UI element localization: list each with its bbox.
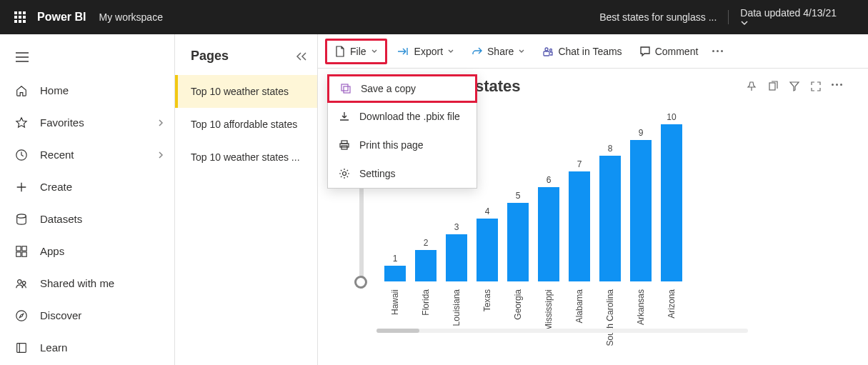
nav-shared[interactable]: Shared with me [0, 267, 174, 299]
bar-rect [415, 250, 437, 281]
page-tab[interactable]: Top 10 weather states [175, 75, 317, 108]
svg-rect-4 [16, 251, 21, 256]
svg-rect-10 [341, 84, 348, 91]
scrollbar-thumb[interactable] [376, 329, 419, 333]
chart-bar[interactable]: 5 [505, 191, 531, 281]
nav-label: Datasets [40, 213, 82, 225]
chevron-down-icon [740, 19, 841, 27]
copy-icon[interactable] [767, 81, 779, 92]
svg-point-1 [17, 214, 26, 217]
pin-icon[interactable] [746, 81, 757, 92]
comment-icon [639, 46, 651, 57]
vertical-divider [728, 10, 729, 24]
page-label: Top 10 weather states ... [191, 151, 300, 163]
chart-bar[interactable]: 7 [567, 159, 592, 281]
nav-datasets[interactable]: Datasets [0, 203, 174, 235]
file-menu-button[interactable]: File Save a copy Download the .pbix file… [325, 39, 387, 64]
star-icon [14, 116, 29, 130]
menu-label: Save a copy [361, 83, 416, 94]
global-header: Power BI My workspace Best states for su… [0, 0, 868, 34]
nav-home[interactable]: Home [0, 74, 174, 106]
page-tab[interactable]: Top 10 weather states ... [175, 141, 317, 174]
nav-label: Favorites [40, 116, 84, 129]
chart-bar[interactable]: 10 [659, 112, 684, 281]
bar-value-label: 3 [454, 222, 459, 232]
bar-value-label: 10 [667, 112, 676, 122]
bar-rect [599, 156, 621, 281]
download-icon [338, 110, 351, 123]
app-launcher-button[interactable] [6, 11, 34, 23]
double-chevron-left-icon [296, 51, 307, 61]
chart-bar[interactable]: 2 [413, 238, 439, 281]
report-title[interactable]: Best states for sunglass ... [599, 11, 717, 23]
teams-icon [542, 46, 554, 57]
bar-value-label: 5 [516, 191, 521, 201]
learn-icon [14, 341, 29, 355]
menu-save-copy[interactable]: Save a copy [327, 74, 477, 103]
bar-rect [507, 203, 529, 281]
collapse-pages-button[interactable] [296, 51, 307, 61]
report-canvas: File Save a copy Download the .pbix file… [318, 34, 868, 365]
comment-button[interactable]: Comment [632, 39, 706, 64]
visual-more-button[interactable] [832, 81, 842, 92]
chat-teams-button[interactable]: Chat in Teams [535, 39, 629, 64]
toolbar-more-button[interactable] [712, 50, 723, 52]
svg-point-8 [16, 310, 26, 320]
clock-icon [14, 148, 29, 162]
chevron-down-icon [518, 48, 525, 55]
nav-create[interactable]: Create [0, 171, 174, 203]
menu-download-pbix[interactable]: Download the .pbix file [328, 102, 477, 131]
menu-settings[interactable]: Settings [328, 159, 477, 188]
filter-icon[interactable] [789, 81, 800, 92]
share-label: Share [487, 46, 514, 57]
chart-bar[interactable]: 4 [474, 206, 500, 281]
svg-rect-3 [22, 246, 26, 250]
pages-panel-title: Pages [191, 49, 229, 64]
nav-favorites[interactable]: Favorites [0, 106, 174, 139]
svg-rect-19 [769, 83, 775, 90]
nav-label: Discover [40, 309, 81, 321]
bar-rect [538, 187, 559, 281]
shared-icon [14, 276, 29, 291]
nav-recent[interactable]: Recent [0, 139, 174, 171]
svg-point-17 [550, 49, 552, 51]
nav-learn[interactable]: Learn [0, 331, 174, 364]
y-axis-slider-handle-bottom[interactable] [354, 276, 367, 289]
share-menu-button[interactable]: Share [464, 39, 532, 64]
datasets-icon [14, 212, 29, 226]
page-tab[interactable]: Top 10 affordable states [175, 108, 317, 141]
chart-bar[interactable]: 9 [628, 128, 654, 281]
workspace-name[interactable]: My workspace [99, 11, 162, 23]
file-label: File [350, 46, 366, 57]
chart-bar[interactable]: 1 [382, 254, 408, 281]
chart-bar[interactable]: 6 [536, 175, 562, 281]
chart-title: states [475, 77, 521, 96]
data-updated-label: Data updated 4/13/21 [740, 7, 837, 19]
nav-label: Home [40, 84, 69, 96]
chart-bar[interactable]: 8 [597, 144, 623, 281]
data-updated-dropdown[interactable]: Data updated 4/13/21 [740, 7, 841, 27]
nav-apps[interactable]: Apps [0, 235, 174, 267]
nav-label: Recent [40, 149, 74, 161]
chevron-down-icon [371, 48, 378, 55]
svg-rect-12 [341, 141, 347, 144]
menu-print[interactable]: Print this page [328, 131, 477, 159]
nav-collapse-button[interactable] [0, 40, 174, 74]
export-menu-button[interactable]: Export [390, 39, 462, 64]
nav-label: Shared with me [40, 277, 114, 289]
chart-horizontal-scrollbar[interactable] [376, 329, 748, 333]
bar-value-label: 1 [393, 254, 398, 264]
file-icon [334, 46, 346, 57]
svg-rect-18 [544, 51, 549, 56]
nav-discover[interactable]: Discover [0, 299, 174, 331]
svg-rect-9 [17, 343, 26, 352]
left-nav: Home Favorites Recent Create Datasets Ap… [0, 34, 175, 365]
plus-icon [14, 180, 29, 194]
file-dropdown-menu: Save a copy Download the .pbix file Prin… [327, 74, 477, 189]
waffle-icon [14, 11, 26, 23]
chevron-right-icon [157, 119, 164, 126]
svg-point-6 [18, 279, 21, 283]
chart-bar[interactable]: 3 [444, 222, 469, 281]
nav-label: Learn [40, 341, 67, 354]
focus-icon[interactable] [810, 81, 822, 92]
